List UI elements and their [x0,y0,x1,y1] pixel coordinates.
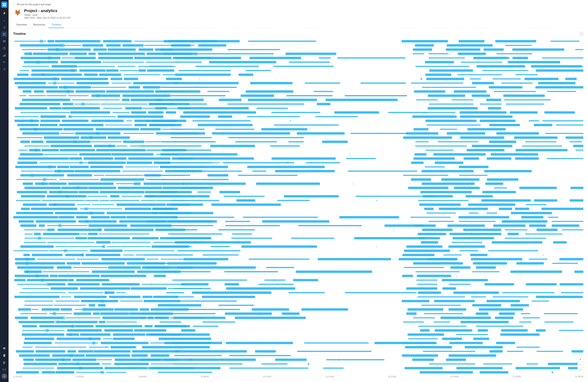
svg-rect-555 [160,153,237,156]
zoom-in-button[interactable]: + [578,357,583,362]
svg-rect-143 [175,62,202,63]
svg-rect-323 [63,103,73,105]
svg-rect-336 [188,104,207,105]
svg-rect-563 [115,157,126,160]
svg-rect-259 [159,87,237,88]
svg-rect-226 [112,83,132,84]
svg-rect-830 [521,216,544,218]
svg-point-762 [376,200,377,201]
zoom-out-button[interactable]: − [578,362,583,367]
svg-rect-767 [116,203,166,206]
svg-rect-426 [140,128,161,130]
svg-rect-924 [167,238,211,239]
tabs: Overview Resources Timeline [13,21,583,28]
svg-rect-1162 [175,296,194,297]
svg-point-1304 [140,325,141,327]
svg-rect-225 [76,82,109,84]
svg-rect-361 [271,112,320,113]
user-avatar[interactable]: U [1,373,7,379]
svg-rect-648 [238,175,297,176]
svg-rect-821 [76,216,88,218]
svg-rect-879 [104,229,154,231]
svg-rect-1022 [15,262,65,265]
sidebar-item-signal[interactable] [1,366,7,373]
svg-rect-1050 [476,266,496,269]
svg-rect-1002 [102,258,145,260]
svg-rect-1278 [160,321,181,323]
svg-rect-1287 [39,325,74,327]
svg-rect-1327 [80,333,111,336]
svg-rect-725 [420,191,472,193]
svg-point-149 [117,62,119,63]
svg-rect-1163 [202,296,255,298]
svg-rect-291 [123,95,170,97]
svg-rect-955 [159,246,191,247]
sidebar-item-lightning[interactable]: ⚡ [1,10,7,16]
svg-rect-459 [350,133,409,134]
svg-rect-61 [505,45,532,46]
svg-rect-1187 [24,305,53,306]
tab-resources[interactable]: Resources [30,21,48,28]
breadcrumb-text[interactable]: All runs for this project and target [17,3,51,6]
svg-rect-24 [47,40,54,42]
breadcrumb[interactable]: ← All runs for this project and target [13,3,583,6]
svg-rect-358 [148,111,164,114]
timeline-chart[interactable] [13,39,583,374]
sidebar-bottom: U [1,345,7,381]
info-icon[interactable]: i [579,32,583,36]
svg-rect-1167 [536,296,583,298]
svg-rect-898 [24,233,33,234]
sidebar-item-settings[interactable] [1,66,7,72]
svg-rect-465 [17,137,42,138]
svg-rect-1400 [490,350,503,353]
sidebar-logo[interactable] [1,1,7,8]
svg-rect-1213 [170,309,240,310]
svg-rect-1041 [57,266,72,269]
svg-rect-893 [505,229,528,230]
svg-rect-509 [51,145,92,147]
tab-timeline[interactable]: Timeline [48,21,64,28]
svg-rect-849 [262,220,329,223]
svg-rect-1404 [19,354,50,357]
svg-rect-831 [548,217,558,218]
tab-overview[interactable]: Overview [13,21,30,28]
sidebar-item-layers[interactable] [1,38,7,44]
sidebar-item-clock[interactable] [1,45,7,51]
sidebar-item-grid[interactable] [1,31,7,37]
svg-rect-707 [570,187,583,189]
sidebar-item-activity[interactable] [1,59,7,65]
svg-rect-165 [106,69,118,72]
svg-point-997 [543,255,544,255]
svg-rect-366 [510,111,538,114]
svg-rect-1024 [82,262,125,265]
svg-rect-672 [68,183,114,185]
sidebar-item-docs[interactable] [1,352,7,359]
svg-rect-521 [140,146,201,147]
svg-rect-907 [450,233,501,235]
time-label-5: 12:18:00 [325,375,334,378]
svg-rect-690 [61,187,88,189]
svg-rect-198 [425,74,451,76]
svg-rect-405 [480,120,515,122]
svg-rect-1166 [493,297,528,297]
svg-rect-850 [429,221,454,222]
svg-rect-127 [513,57,528,59]
sidebar-item-home[interactable]: ⌂ [1,17,7,23]
svg-rect-203 [14,78,60,80]
sidebar-item-target[interactable]: ◎ [1,24,7,30]
svg-rect-673 [116,183,133,184]
zoom-fit-button[interactable]: ⤢ [578,367,583,373]
svg-rect-132 [61,61,101,64]
sidebar-item-chat[interactable] [1,345,7,352]
svg-rect-1341 [500,333,540,336]
svg-point-1388 [105,346,106,348]
svg-rect-675 [144,183,184,185]
sidebar-item-chart[interactable] [1,52,7,58]
svg-rect-1342 [25,338,54,340]
svg-rect-576 [88,162,126,164]
svg-rect-456 [169,132,205,135]
svg-rect-488 [123,141,144,143]
svg-rect-925 [231,238,272,239]
svg-rect-551 [43,154,78,155]
sidebar-item-users[interactable] [1,360,7,366]
